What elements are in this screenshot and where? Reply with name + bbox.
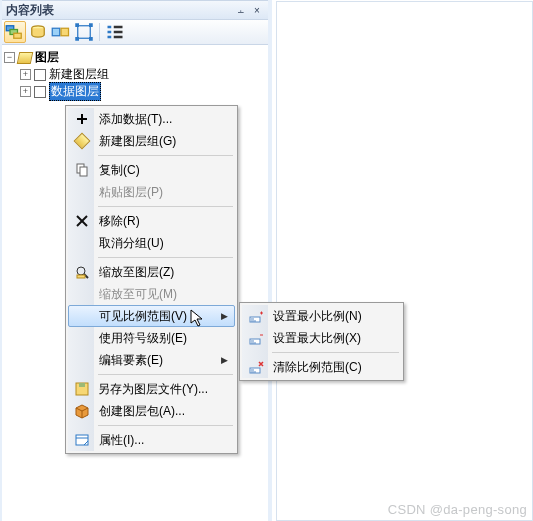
menu-separator xyxy=(98,374,233,375)
svg-rect-18 xyxy=(80,167,87,176)
svg-rect-11 xyxy=(108,26,112,29)
svg-rect-7 xyxy=(75,23,79,27)
svg-rect-10 xyxy=(89,37,93,41)
collapse-icon[interactable]: − xyxy=(4,52,15,63)
tree-root[interactable]: − 图层 xyxy=(4,49,266,66)
svg-rect-8 xyxy=(89,23,93,27)
svg-rect-9 xyxy=(75,37,79,41)
menu-separator xyxy=(98,155,233,156)
layers-icon xyxy=(17,52,34,64)
save-icon xyxy=(69,378,94,400)
remove-icon xyxy=(69,210,95,232)
menu-create-package[interactable]: 创建图层包(A)... xyxy=(68,400,235,422)
pin-icon[interactable]: ⫠ xyxy=(234,3,248,17)
blank-icon xyxy=(69,305,95,327)
menu-zoom-layer[interactable]: 缩放至图层(Z) xyxy=(68,261,235,283)
menu-visible-scale[interactable]: 可见比例范围(V) xyxy=(68,305,235,327)
svg-rect-15 xyxy=(108,36,112,39)
menu-properties[interactable]: 属性(I)... xyxy=(68,429,235,451)
properties-icon xyxy=(69,429,95,451)
tree-group-row[interactable]: + 新建图层组 xyxy=(4,66,266,83)
layer-tree[interactable]: − 图层 + 新建图层组 + 数据图层 xyxy=(2,45,268,104)
tree-root-label: 图层 xyxy=(35,49,59,66)
list-by-source-button[interactable] xyxy=(27,21,49,43)
menu-separator xyxy=(98,257,233,258)
submenu-set-max[interactable]: 设置最大比例(X) xyxy=(242,327,401,349)
svg-rect-5 xyxy=(61,28,69,36)
menu-save-as-layer[interactable]: 另存为图层文件(Y)... xyxy=(68,378,235,400)
close-icon[interactable]: × xyxy=(250,3,264,17)
svg-rect-14 xyxy=(114,31,123,34)
blank-icon xyxy=(69,232,95,254)
list-by-visibility-button[interactable] xyxy=(50,21,72,43)
scale-clear-icon xyxy=(243,356,269,378)
tree-selected-label: 数据图层 xyxy=(49,82,101,101)
list-by-selection-button[interactable] xyxy=(73,21,95,43)
list-by-drawing-order-button[interactable] xyxy=(4,21,26,43)
blank-icon xyxy=(69,327,95,349)
menu-paste-layer: 粘贴图层(P) xyxy=(68,181,235,203)
expand-icon[interactable]: + xyxy=(20,69,31,80)
panel-toolbar xyxy=(2,20,268,45)
menu-copy[interactable]: 复制(C) xyxy=(68,159,235,181)
toolbar-separator xyxy=(99,23,100,41)
menu-ungroup[interactable]: 取消分组(U) xyxy=(68,232,235,254)
plus-icon xyxy=(69,108,95,130)
panel-title: 内容列表 xyxy=(6,2,232,19)
menu-remove[interactable]: 移除(R) xyxy=(68,210,235,232)
diamond-icon xyxy=(69,130,95,152)
scale-max-icon xyxy=(243,327,269,349)
menu-edit-element[interactable]: 编辑要素(E) xyxy=(68,349,235,371)
panel-titlebar[interactable]: 内容列表 ⫠ × xyxy=(2,0,268,20)
submenu-set-min[interactable]: 设置最小比例(N) xyxy=(242,305,401,327)
watermark: CSDN @da-peng-song xyxy=(388,502,527,517)
blank-icon xyxy=(69,181,95,203)
map-canvas[interactable] xyxy=(276,1,533,521)
svg-rect-2 xyxy=(14,33,22,38)
menu-separator xyxy=(98,206,233,207)
menu-new-group[interactable]: 新建图层组(G) xyxy=(68,130,235,152)
scale-min-icon xyxy=(243,305,269,327)
svg-rect-6 xyxy=(78,26,91,39)
blank-icon xyxy=(69,349,95,371)
tree-selected-row[interactable]: + 数据图层 xyxy=(4,83,266,100)
svg-rect-16 xyxy=(114,36,123,39)
options-button[interactable] xyxy=(104,21,126,43)
menu-add-data[interactable]: 添加数据(T)... xyxy=(68,108,235,130)
menu-separator xyxy=(98,425,233,426)
context-menu: 添加数据(T)... 新建图层组(G) 复制(C) 粘贴图层(P) 移除(R) … xyxy=(65,105,238,454)
submenu-clear[interactable]: 清除比例范围(C) xyxy=(242,356,401,378)
tree-label: 新建图层组 xyxy=(49,66,109,83)
checkbox-icon[interactable] xyxy=(34,69,46,81)
svg-rect-23 xyxy=(77,275,85,278)
menu-zoom-visible: 缩放至可见(M) xyxy=(68,283,235,305)
package-icon xyxy=(69,400,95,422)
zoom-layer-icon xyxy=(69,261,95,283)
expand-icon[interactable]: + xyxy=(20,86,31,97)
checkbox-icon[interactable] xyxy=(34,86,46,98)
svg-rect-13 xyxy=(108,31,112,34)
blank-icon xyxy=(69,283,95,305)
svg-point-21 xyxy=(77,267,85,275)
context-submenu: 设置最小比例(N) 设置最大比例(X) 清除比例范围(C) xyxy=(239,302,404,381)
menu-separator xyxy=(272,352,399,353)
copy-icon xyxy=(69,159,95,181)
svg-rect-4 xyxy=(52,28,60,36)
svg-rect-25 xyxy=(79,383,85,387)
menu-symbol-level[interactable]: 使用符号级别(E) xyxy=(68,327,235,349)
svg-rect-12 xyxy=(114,26,123,29)
